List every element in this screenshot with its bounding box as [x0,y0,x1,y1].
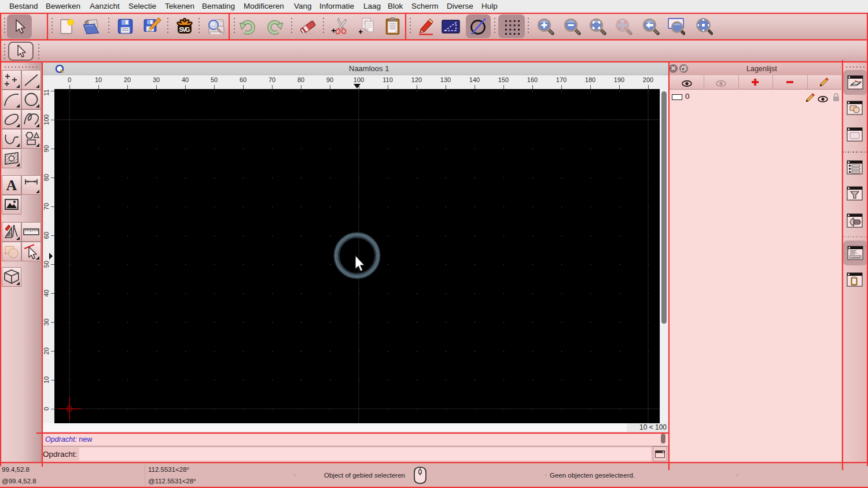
svg-text:command: command [851,256,860,258]
svg-text:SVG: SVG [179,26,190,33]
svg-text:A: A [6,177,17,194]
